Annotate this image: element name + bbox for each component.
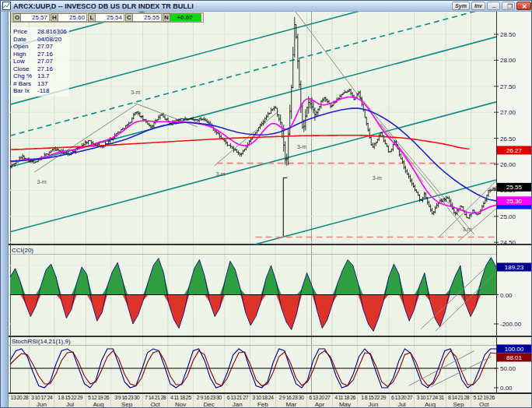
month-cell: 8 14 21 28Sep: [446, 394, 471, 408]
svg-text:3-m: 3-m: [131, 90, 140, 95]
svg-text:0.00: 0.00: [500, 385, 513, 392]
svg-text:3-m: 3-m: [462, 227, 471, 232]
chart-area: 3-m3-m3-m3-m3-m3-m28.5028.0027.5027.0026…: [9, 12, 532, 408]
month-label: Jan 2020: [225, 401, 250, 408]
stochrsi-label: StochRSI(14,21(1),9): [12, 338, 71, 345]
quote-field-label: H: [51, 13, 58, 22]
week-day-labels: 3 10 17 24 31: [415, 394, 445, 401]
week-day-labels: 1 8 15 22 29: [358, 394, 388, 401]
week-day-labels: 13 20 28: [10, 394, 29, 401]
month-cell: 13 20 28: [10, 394, 29, 408]
quote-field-value: 25.57: [21, 13, 50, 22]
month-cell: 4 11 18 25Nov: [167, 394, 193, 408]
month-label: Aug: [415, 401, 445, 408]
month-cell: 3 9 16 23 30Sep: [110, 394, 142, 408]
month-label: Jul: [390, 401, 415, 408]
month-cell: 3 10 18 24Feb: [250, 394, 275, 408]
price-chart-panel[interactable]: 3-m3-m3-m3-m3-m3-m28.5028.0027.5027.0026…: [9, 12, 532, 244]
close-button[interactable]: ✕: [516, 2, 531, 10]
data-window-value: 27.07: [37, 58, 53, 65]
month-cell: 2 9 16 23 30Dec: [193, 394, 224, 408]
data-window-row: Open27.07: [13, 43, 67, 51]
week-day-labels: 6 13 20 27: [390, 394, 415, 401]
quote-field-label: L: [88, 13, 96, 22]
data-window-key: Close: [13, 65, 37, 73]
data-window-value: 27.07: [37, 43, 53, 51]
data-window-key: Price: [13, 28, 37, 36]
week-day-labels: 8 14 21 28: [446, 394, 471, 401]
month-label: Jun: [30, 401, 54, 408]
data-window-key: Chg %: [13, 72, 37, 80]
month-cell: 5 12 19 26Oct: [471, 394, 496, 408]
svg-text:50.00: 50.00: [500, 365, 516, 372]
month-cell: 6 13 21 27Jan 2020: [224, 394, 250, 408]
chart-window: ARCX:UUP,D -- INVESCO DB US DLR INDEX TR…: [0, 0, 532, 408]
svg-text:3-m: 3-m: [373, 175, 382, 181]
svg-text:189.23: 189.23: [505, 264, 524, 271]
app-chart-icon: [2, 2, 11, 10]
left-dock-strip: [1, 12, 9, 408]
week-day-labels: 7 14 21 28: [143, 394, 168, 401]
svg-text:28.00: 28.00: [500, 57, 516, 64]
quote-field-label: N: [163, 13, 170, 22]
data-window-value: -118: [37, 87, 49, 95]
window-buttons: Sym Inv – ❐ ✕: [452, 2, 531, 10]
month-label: Aug: [86, 401, 111, 408]
month-label: Nov: [168, 401, 193, 408]
month-label: Oct: [143, 401, 168, 408]
title-bar[interactable]: ARCX:UUP,D -- INVESCO DB US DLR INDEX TR…: [1, 1, 532, 12]
month-cell: 2 9 16 23 30Mar: [275, 394, 306, 408]
month-label: [10, 401, 29, 408]
svg-text:3-m: 3-m: [37, 179, 47, 185]
data-window-row: # Bars137: [13, 80, 67, 88]
svg-text:26.00: 26.00: [500, 161, 516, 168]
data-window-value: 13.7: [37, 72, 50, 80]
week-day-labels: 3 10 17 24: [30, 394, 54, 401]
month-label: Apr: [307, 401, 332, 408]
week-day-labels: 4 11 18 26: [333, 394, 358, 401]
data-window-row: Bar Ix-118: [13, 87, 67, 95]
month-label: Dec: [194, 401, 224, 408]
svg-text:25.00: 25.00: [500, 213, 516, 220]
quote-field-value: 25.54: [96, 13, 124, 22]
data-window-key: Open: [13, 43, 37, 51]
month-label: Oct: [471, 401, 496, 408]
svg-text:27.50: 27.50: [500, 83, 516, 90]
sym-button[interactable]: Sym: [452, 2, 470, 10]
quote-field-value: +0.07: [170, 13, 201, 22]
week-day-labels: 6 13 21 27: [225, 394, 250, 401]
data-window-row: Chg %13.7: [13, 72, 67, 80]
quote-field-label: C: [125, 13, 133, 22]
data-window-key: High: [13, 51, 37, 58]
month-label: Sep: [446, 401, 471, 408]
week-day-labels: 5 12 19 26: [471, 394, 496, 401]
quote-field-value: 25.60: [58, 13, 87, 22]
data-window-row: Close27.16: [13, 65, 67, 73]
week-day-labels: 3 10 18 24: [250, 394, 275, 401]
data-window-row: Low27.07: [13, 58, 67, 65]
data-window-value: 04/08/20: [37, 36, 61, 44]
quote-bar: O25.57H25.60L25.54C25.55N+0.07: [12, 12, 204, 23]
inv-button[interactable]: Inv: [471, 2, 485, 10]
month-cell: 3 10 17 24Jun: [29, 394, 54, 408]
stochrsi-indicator-panel[interactable]: StochRSI(14,21(1),9)50.000.00100.0088.01: [9, 336, 532, 393]
month-label: Mar: [276, 401, 306, 408]
svg-text:26.27: 26.27: [506, 147, 523, 154]
week-day-labels: 2 9 16 23 30: [194, 394, 224, 401]
month-cell: 7 14 21 28Oct: [142, 394, 168, 408]
minimize-button[interactable]: –: [487, 2, 500, 10]
data-window-value: 28.816306: [37, 28, 67, 36]
cci-label: CCI(20): [12, 247, 33, 254]
maximize-button[interactable]: ❐: [502, 2, 515, 10]
svg-text:27.00: 27.00: [500, 109, 516, 116]
week-day-labels: 2 9 16 23 30: [276, 394, 306, 401]
month-label: Jun: [358, 401, 388, 408]
svg-text:100.00: 100.00: [505, 346, 524, 353]
data-window-key: Low: [13, 58, 37, 65]
data-window-value: 27.16: [37, 51, 53, 58]
svg-text:0.00: 0.00: [500, 292, 513, 299]
week-day-labels: 5 12 19 26: [86, 394, 111, 401]
data-window-key: # Bars: [13, 80, 37, 88]
cci-indicator-panel[interactable]: CCI(20)0.00-200.00189.23: [9, 244, 532, 336]
svg-text:3-m: 3-m: [297, 144, 306, 149]
